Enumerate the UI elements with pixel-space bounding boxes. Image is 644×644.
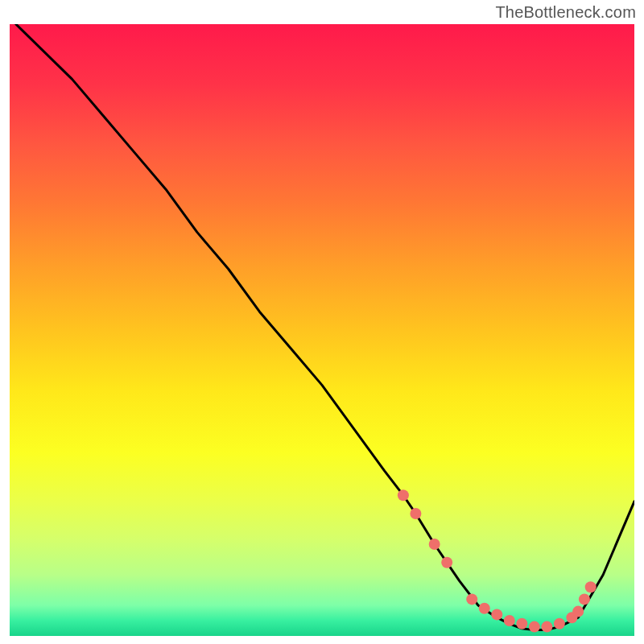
highlight-dot [585,581,597,592]
watermark-text: TheBottleneck.com [495,3,636,22]
highlight-dot [398,489,409,501]
highlight-dot [466,593,477,605]
highlight-dot [579,593,590,605]
highlight-dot [516,618,527,630]
highlight-dot [410,508,421,519]
highlight-dot [479,603,490,614]
highlight-dot [529,621,540,633]
highlight-dot [541,621,552,633]
chart-svg [0,0,644,644]
chart-container: TheBottleneck.com [0,0,644,644]
highlight-dot [429,539,440,550]
highlight-dot [441,557,452,568]
highlight-dot [554,618,565,630]
highlight-dot [504,615,515,626]
highlight-dot [572,606,584,617]
highlight-dot [491,609,502,620]
